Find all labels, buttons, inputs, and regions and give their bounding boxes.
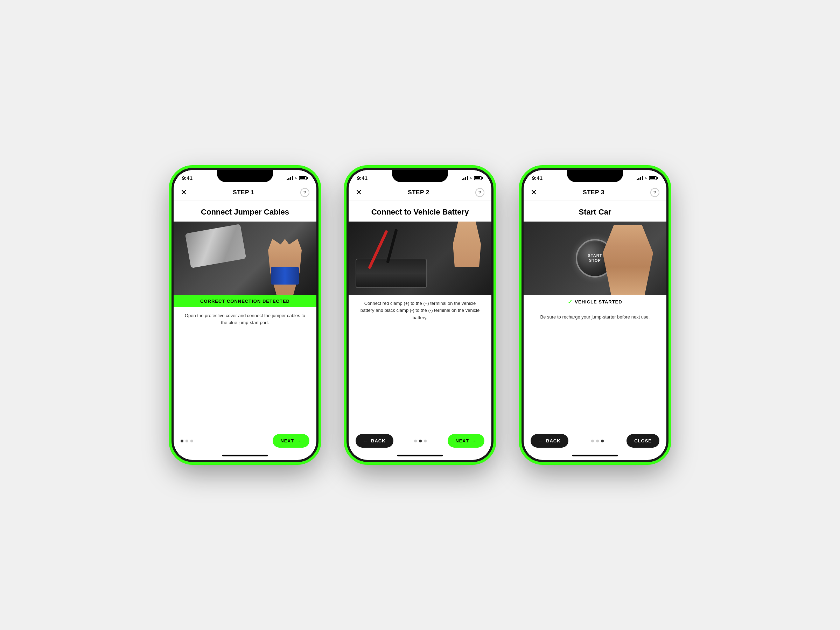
back-button-2[interactable]: BACK [355,434,393,448]
bottom-nav-2: BACK NEXT [349,430,491,455]
step-image-2 [349,221,491,295]
dot-1-3 [190,440,193,442]
step-label-2: STEP 2 [408,189,429,196]
dot-3-1 [591,440,594,442]
step-label-1: STEP 1 [233,189,254,196]
help-button-3[interactable]: ? [650,188,659,197]
phone-screen-2: 9:41 ≈ ✕ STEP 2 ? Co [349,170,491,460]
next-button-2[interactable]: NEXT [448,434,485,448]
help-button-2[interactable]: ? [475,188,485,197]
nav-bar-1: ✕ STEP 1 ? [174,185,316,201]
help-button-1[interactable]: ? [300,188,309,197]
battery-icon-3 [649,176,658,180]
status-time-1: 9:41 [182,175,193,181]
signal-icon-3 [637,176,643,180]
description-3: Be sure to recharge your jump-starter be… [524,309,666,326]
jumper-image [174,221,316,295]
nav-bar-2: ✕ STEP 2 ? [349,185,491,201]
next-button-1[interactable]: NEXT [273,434,309,448]
check-icon: ✓ [568,298,573,305]
start-image: STARTSTOP [524,221,666,295]
dot-3-2 [596,440,599,442]
cable-red [368,230,388,269]
step-title-3: Start Car [524,201,666,221]
notch-2 [392,170,448,182]
close-action-button-3[interactable]: CLOSE [627,434,659,448]
notch-1 [217,170,273,182]
nav-bar-3: ✕ STEP 3 ? [524,185,666,201]
battery-icon-2 [474,176,483,180]
phone-screen-1: 9:41 ≈ ✕ STEP 1 ? [174,170,316,460]
step-title-1: Connect Jumper Cables [174,201,316,221]
status-banner-1: CORRECT CONNECTION DETECTED [174,295,316,307]
phone-screen-3: 9:41 ≈ ✕ STEP 3 ? St [524,170,666,460]
screen-content-2: Connect to Vehicle Battery Connect red c… [349,201,491,430]
step-image-1 [174,221,316,295]
step-label-3: STEP 3 [583,189,604,196]
home-indicator-2 [397,455,443,456]
dot-2-2 [419,440,422,442]
home-indicator-3 [572,455,618,456]
dot-2-3 [424,440,427,442]
dot-1-2 [185,440,188,442]
status-time-2: 9:41 [357,175,368,181]
phone-3: 9:41 ≈ ✕ STEP 3 ? St [521,168,668,462]
home-indicator-1 [222,455,268,456]
status-banner-3: ✓ VEHICLE STARTED [524,295,666,309]
dot-1-1 [181,440,183,442]
close-button-1[interactable]: ✕ [181,188,187,197]
phone-2: 9:41 ≈ ✕ STEP 2 ? Co [346,168,494,462]
back-button-3[interactable]: BACK [531,434,568,448]
signal-icon-2 [462,176,468,180]
battery-icon-1 [299,176,308,180]
dots-2 [414,440,427,442]
dot-3-3 [601,440,604,442]
phone-frame-2: 9:41 ≈ ✕ STEP 2 ? Co [346,168,494,462]
bottom-nav-3: BACK CLOSE [524,430,666,455]
wifi-icon-3: ≈ [645,176,647,181]
arrow-right-icon-1 [297,438,302,444]
phone-1: 9:41 ≈ ✕ STEP 1 ? [172,168,319,462]
step-title-2: Connect to Vehicle Battery [349,201,491,221]
finger-press [600,225,656,295]
arrow-left-icon-2 [363,438,368,444]
wifi-icon-2: ≈ [470,176,472,181]
screen-content-1: Connect Jumper Cables CORRECT CONNECTION… [174,201,316,430]
arrow-right-icon-2 [472,438,477,444]
dot-2-1 [414,440,417,442]
arrow-left-icon-3 [538,438,543,444]
description-1: Open the protective cover and connect th… [174,307,316,332]
dots-3 [591,440,604,442]
hand-overlay-1 [264,239,306,295]
step-image-3: STARTSTOP [524,221,666,295]
status-icons-2: ≈ [462,176,483,181]
phone-frame-3: 9:41 ≈ ✕ STEP 3 ? St [521,168,668,462]
status-icons-1: ≈ [287,176,308,181]
battery-image [349,221,491,295]
phone-frame-1: 9:41 ≈ ✕ STEP 1 ? [172,168,319,462]
wifi-icon-1: ≈ [295,176,297,181]
cable-black [386,229,398,263]
description-2: Connect red clamp (+) to the (+) termina… [349,295,491,327]
status-time-3: 9:41 [532,175,543,181]
status-icons-3: ≈ [637,176,658,181]
notch-3 [567,170,623,182]
dots-1 [181,440,193,442]
close-button-3[interactable]: ✕ [531,188,537,197]
hand-battery [449,221,485,267]
screen-content-3: Start Car STARTSTOP ✓ VEHICLE STARTED Be… [524,201,666,430]
close-button-2[interactable]: ✕ [355,188,362,197]
signal-icon-1 [287,176,293,180]
bottom-nav-1: NEXT [174,430,316,455]
